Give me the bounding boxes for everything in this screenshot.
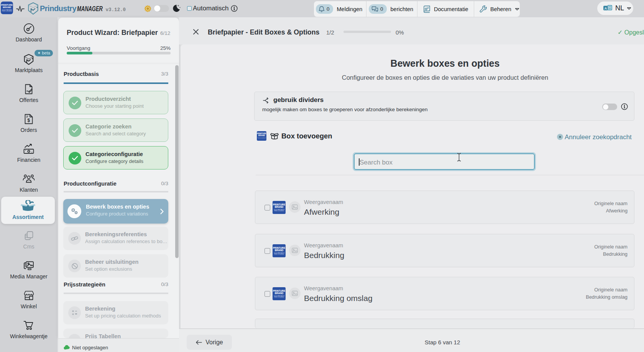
svg-text:A: A bbox=[605, 7, 607, 10]
svg-text:$: $ bbox=[28, 118, 30, 123]
